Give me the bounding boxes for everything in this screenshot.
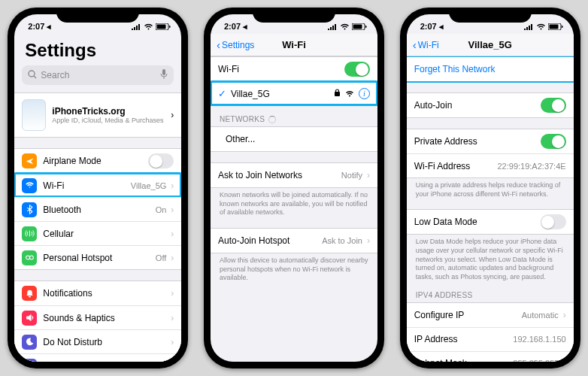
svg-rect-17	[562, 26, 563, 28]
row-notifications[interactable]: Notifications ›	[14, 281, 181, 305]
svg-rect-12	[353, 24, 362, 29]
battery-icon	[352, 23, 367, 30]
row-wifi-toggle[interactable]: Wi-Fi	[211, 57, 377, 81]
row-ip-address: IP Address 192.168.1.150	[407, 327, 574, 351]
row-auto-join-hotspot[interactable]: Auto-Join Hotspot Ask to Join ›	[211, 229, 377, 253]
chevron-left-icon: ‹	[217, 38, 220, 51]
check-icon: ✓	[218, 88, 226, 99]
info-icon[interactable]: i	[359, 88, 370, 99]
search-input[interactable]: Search	[22, 65, 174, 85]
nav-back[interactable]: ‹Settings	[217, 38, 254, 51]
chevron-right-icon: ›	[171, 288, 174, 299]
row-forget-network[interactable]: Forget This Network	[407, 57, 574, 81]
airplane-toggle[interactable]	[148, 153, 174, 168]
screentime-icon	[22, 359, 37, 362]
mic-icon[interactable]	[160, 69, 168, 81]
navbar: ‹Settings Wi-Fi	[211, 34, 377, 56]
low-data-footnote: Low Data Mode helps reduce your iPhone d…	[407, 235, 574, 281]
chevron-right-icon: ›	[171, 337, 174, 347]
row-screentime[interactable]: Screen Time ›	[14, 353, 181, 362]
private-address-footnote: Using a private address helps reduce tra…	[407, 178, 574, 199]
networks-header: NETWORKS	[211, 106, 377, 126]
row-subnet-mask: Subnet Mask 255.255.255.0	[407, 351, 574, 362]
signal-icon	[327, 23, 338, 30]
row-sounds[interactable]: Sounds & Haptics ›	[14, 305, 181, 329]
hotspot-icon	[22, 250, 37, 265]
svg-point-3	[29, 71, 35, 77]
chevron-right-icon: ›	[171, 361, 174, 362]
nav-title: Villae_5G	[468, 39, 511, 50]
chevron-left-icon: ‹	[413, 38, 417, 51]
page-title: Settings	[14, 34, 181, 65]
chevron-right-icon: ›	[171, 205, 174, 215]
apple-id-row[interactable]: iPhoneTricks.org Apple ID, iCloud, Media…	[14, 92, 181, 138]
dnd-icon	[22, 335, 37, 350]
row-hotspot[interactable]: Personal Hotspot Off ›	[14, 245, 181, 269]
row-airplane[interactable]: Airplane Mode	[14, 149, 181, 173]
spinner-icon	[268, 116, 276, 123]
svg-point-7	[29, 256, 33, 259]
battery-icon	[156, 23, 171, 30]
bluetooth-icon	[22, 202, 37, 217]
cellular-icon	[22, 226, 37, 241]
wifi-toggle[interactable]	[344, 62, 370, 77]
wifi-signal-icon	[345, 89, 354, 99]
search-icon	[28, 70, 37, 81]
private-address-toggle[interactable]	[541, 134, 566, 149]
chevron-right-icon: ›	[171, 253, 174, 263]
svg-point-6	[26, 256, 29, 259]
svg-rect-13	[365, 26, 367, 28]
row-bluetooth[interactable]: Bluetooth On ›	[14, 197, 181, 221]
sounds-icon	[22, 311, 37, 326]
search-placeholder: Search	[41, 70, 69, 80]
hotspot-footnote: Allow this device to automatically disco…	[211, 253, 377, 283]
apple-id-icon	[22, 99, 46, 131]
ask-footnote: Known networks will be joined automatica…	[211, 188, 377, 217]
phone-detail: 2:07 ◂ ‹Wi-Fi Villae_5G Forget This Netw…	[400, 8, 580, 368]
row-current-network[interactable]: ✓ Villae_5G i	[211, 81, 377, 105]
chevron-right-icon: ›	[367, 170, 370, 180]
notch	[253, 8, 335, 23]
svg-rect-16	[549, 24, 558, 29]
lock-icon	[334, 89, 341, 99]
airplane-icon	[22, 153, 37, 168]
wifi-status-icon	[144, 23, 153, 30]
signal-icon	[523, 23, 534, 30]
low-data-toggle[interactable]	[541, 214, 566, 229]
notifications-icon	[22, 286, 37, 301]
row-autojoin[interactable]: Auto-Join	[407, 93, 574, 117]
nav-back[interactable]: ‹Wi-Fi	[413, 38, 439, 51]
navbar: ‹Wi-Fi Villae_5G	[407, 34, 574, 56]
chevron-right-icon: ›	[171, 180, 174, 191]
chevron-right-icon: ›	[171, 313, 174, 323]
svg-line-4	[34, 76, 36, 78]
svg-rect-1	[157, 24, 166, 29]
phone-settings: 2:07 ◂ Settings Search iPho	[8, 8, 188, 368]
row-ask-to-join[interactable]: Ask to Join Networks Notify ›	[211, 163, 377, 187]
wifi-icon	[22, 178, 37, 193]
apple-id-title: iPhoneTricks.org	[52, 106, 163, 117]
row-private-address[interactable]: Private Address	[407, 129, 574, 153]
row-other-network[interactable]: Other...	[211, 127, 377, 151]
ipv4-header: IPV4 ADDRESS	[407, 282, 574, 302]
row-wifi[interactable]: Wi-Fi Villae_5G ›	[14, 173, 181, 197]
nav-title: Wi-Fi	[282, 39, 306, 50]
chevron-right-icon: ›	[171, 229, 174, 239]
chevron-right-icon: ›	[367, 235, 370, 246]
wifi-status-icon	[340, 23, 350, 30]
phone-wifi: 2:07 ◂ ‹Settings Wi-Fi Wi-Fi ✓ Villae_5G	[204, 8, 384, 368]
svg-rect-2	[169, 26, 171, 28]
notch	[449, 8, 532, 23]
notch	[56, 8, 139, 23]
row-configure-ip[interactable]: Configure IP Automatic ›	[407, 303, 574, 327]
signal-icon	[131, 23, 141, 30]
chevron-right-icon: ›	[563, 310, 566, 320]
autojoin-toggle[interactable]	[541, 98, 566, 113]
apple-id-subtitle: Apple ID, iCloud, Media & Purchases	[52, 117, 163, 124]
wifi-status-icon	[536, 23, 546, 30]
battery-icon	[548, 23, 563, 30]
row-dnd[interactable]: Do Not Disturb ›	[14, 329, 181, 353]
svg-rect-14	[335, 92, 340, 96]
row-low-data[interactable]: Low Data Mode	[407, 210, 574, 234]
row-cellular[interactable]: Cellular ›	[14, 221, 181, 245]
